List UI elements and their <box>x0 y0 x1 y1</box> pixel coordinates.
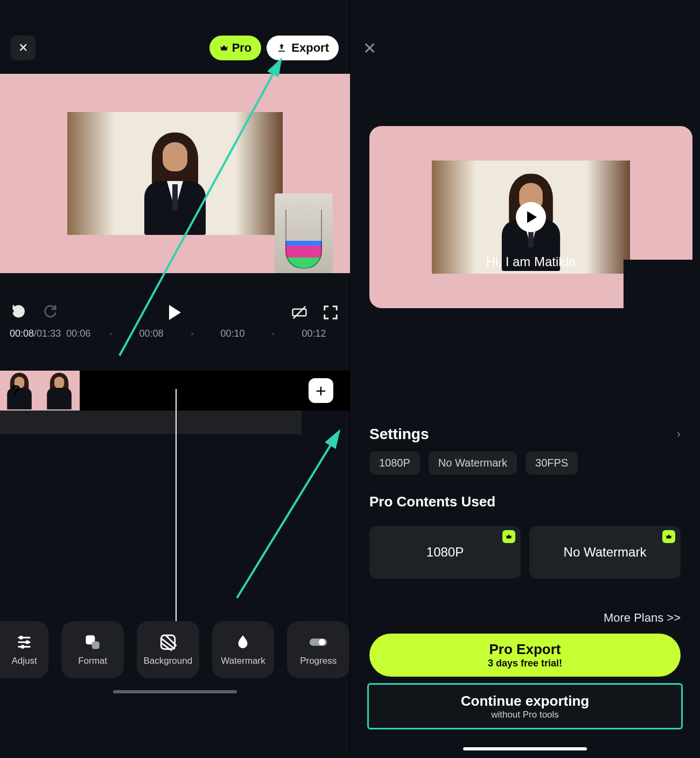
play-button[interactable] <box>169 305 181 320</box>
top-bar: ✕ Pro Export <box>0 0 349 62</box>
watermark-icon <box>234 633 252 651</box>
pro-card-label: 1080P <box>426 545 464 560</box>
chip-watermark[interactable]: No Watermark <box>429 451 517 475</box>
export-preview: Hi, I am Matilda <box>369 126 692 308</box>
svg-point-3 <box>25 640 29 644</box>
player-controls <box>0 273 349 321</box>
tool-format[interactable]: Format <box>61 621 124 678</box>
time-mark: 00:08 <box>139 328 164 339</box>
tool-watermark[interactable]: Watermark <box>212 621 275 678</box>
fullscreen-icon[interactable] <box>323 304 339 321</box>
close-button[interactable]: ✕ <box>363 39 376 58</box>
tool-label: Adjust <box>11 656 37 666</box>
settings-row[interactable]: Settings › <box>369 426 681 443</box>
close-button[interactable]: ✕ <box>11 36 36 60</box>
tool-adjust[interactable]: Adjust <box>0 621 48 678</box>
pro-label: Pro <box>232 41 252 55</box>
tool-bar: Adjust Format Background Watermark Progr… <box>0 621 349 678</box>
pro-card-label: No Watermark <box>564 545 647 560</box>
clip-thumbnail[interactable]: ? <box>0 371 40 411</box>
close-icon: ✕ <box>363 39 376 57</box>
tool-label: Background <box>143 656 192 666</box>
playhead[interactable] <box>176 389 177 653</box>
time-mark: 00:12 <box>302 328 326 339</box>
tool-progress[interactable]: Progress <box>287 621 349 678</box>
progress-icon <box>309 633 327 651</box>
subtitle-text: Hi, I am Matilda <box>432 254 630 269</box>
svg-point-2 <box>19 636 23 639</box>
continue-title: Continue exporting <box>461 693 589 710</box>
tool-label: Format <box>78 656 107 666</box>
home-indicator <box>463 747 587 750</box>
chip-resolution[interactable]: 1080P <box>369 451 420 475</box>
timecode-bar: 00:08/01:33 00:06 00:08 00:10 00:12 <box>0 321 349 339</box>
undo-icon[interactable] <box>11 304 27 321</box>
export-button[interactable]: Export <box>267 36 339 60</box>
pro-contents-title: Pro Contents Used <box>369 493 495 510</box>
pro-export-button[interactable]: Pro Export 3 days free trial! <box>369 634 681 677</box>
crown-icon <box>505 533 513 540</box>
chip-fps[interactable]: 30FPS <box>526 451 578 475</box>
editor-pane: ✕ Pro Export 00:08/01:33 00:06 00: <box>0 0 350 758</box>
export-pane: ✕ Hi, I am Matilda Settings › 1080P No W… <box>350 0 700 758</box>
svg-line-1 <box>293 307 306 319</box>
format-icon <box>83 633 102 651</box>
time-mark: 00:10 <box>220 328 244 339</box>
plus-icon: + <box>316 380 326 401</box>
redo-icon[interactable] <box>42 304 58 321</box>
glass-graphic <box>285 210 322 269</box>
timeline-track[interactable]: ? + <box>0 371 349 411</box>
svg-point-4 <box>21 645 25 649</box>
tool-label: Watermark <box>221 656 265 666</box>
adjust-icon <box>15 633 33 651</box>
more-plans-link[interactable]: More Plans >> <box>604 611 681 625</box>
person-placeholder <box>135 127 215 235</box>
tool-label: Progress <box>300 656 337 666</box>
crown-badge <box>662 530 675 543</box>
upload-icon <box>276 43 287 53</box>
time-total: 01:33 <box>37 328 61 339</box>
overlay-clip[interactable] <box>275 193 333 273</box>
add-clip-button[interactable]: + <box>309 378 333 403</box>
crown-icon <box>219 43 229 53</box>
crown-badge <box>502 530 515 543</box>
chevron-right-icon: › <box>677 427 681 441</box>
pro-card-watermark[interactable]: No Watermark <box>529 526 681 579</box>
export-label: Export <box>291 41 329 55</box>
preview-cutout <box>624 260 692 308</box>
continue-subtitle: without Pro tools <box>491 710 559 720</box>
pro-export-subtitle: 3 days free trial! <box>488 658 562 669</box>
crown-icon <box>665 533 673 540</box>
hdr-off-icon[interactable] <box>291 304 307 321</box>
time-current: 00:08 <box>10 328 34 339</box>
pro-cards: 1080P No Watermark <box>369 526 681 579</box>
pro-export-title: Pro Export <box>489 641 561 658</box>
preview-canvas[interactable] <box>0 74 350 273</box>
tool-background[interactable]: Background <box>137 621 199 678</box>
svg-rect-6 <box>92 642 100 649</box>
pro-card-resolution[interactable]: 1080P <box>369 526 521 579</box>
secondary-track[interactable] <box>0 411 302 434</box>
background-icon <box>159 633 177 651</box>
clip-thumbnail[interactable] <box>40 371 80 411</box>
settings-chips: 1080P No Watermark 30FPS <box>369 451 578 475</box>
svg-point-9 <box>319 639 325 645</box>
settings-title: Settings <box>369 426 429 443</box>
time-mark: 00:06 <box>66 328 90 339</box>
play-button[interactable] <box>516 202 546 232</box>
pro-button[interactable]: Pro <box>209 36 262 60</box>
home-indicator <box>113 690 237 693</box>
close-icon: ✕ <box>18 41 28 55</box>
continue-export-button[interactable]: Continue exporting without Pro tools <box>367 683 683 729</box>
main-video-frame <box>67 112 283 235</box>
